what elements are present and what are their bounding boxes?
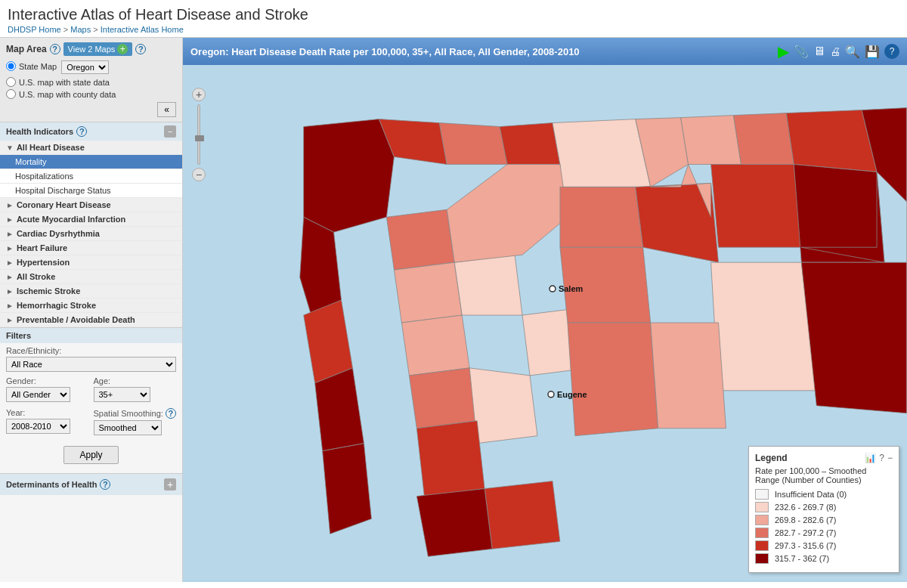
- health-indicators-title: Health Indicators: [6, 127, 73, 136]
- legend-item-3: 282.7 - 297.2 (7): [755, 528, 893, 538]
- category-hypertension[interactable]: ► Hypertension: [0, 255, 182, 270]
- state-map-radio[interactable]: [6, 61, 16, 71]
- zoom-slider-track: [197, 104, 200, 165]
- legend-collapse-btn[interactable]: −: [887, 453, 893, 463]
- age-select[interactable]: 35+ 65+ All Ages: [94, 387, 150, 402]
- category-heart-failure[interactable]: ► Heart Failure: [0, 241, 182, 255]
- category-hemorrhagic-stroke[interactable]: ► Hemorrhagic Stroke: [0, 299, 182, 313]
- us-county-data-label: U.S. map with county data: [19, 90, 116, 99]
- view2maps-help-icon[interactable]: ?: [135, 44, 146, 54]
- play-button[interactable]: ▶: [778, 42, 789, 60]
- county-washington: [386, 209, 454, 270]
- determinants-title: Determinants of Health: [6, 480, 97, 489]
- county-multnomah: [439, 123, 507, 165]
- page-title: Interactive Atlas of Heart Disease and S…: [8, 6, 899, 23]
- county-clatsop: [304, 119, 395, 233]
- export-button[interactable]: 💾: [865, 45, 880, 59]
- county-wasco: [553, 119, 651, 187]
- zoom-slider-thumb[interactable]: [195, 135, 204, 141]
- category-all-heart-disease[interactable]: ▼ All Heart Disease: [0, 141, 182, 155]
- legend-subtitle2: Range (Number of Counties): [755, 475, 893, 484]
- breadcrumb-maps[interactable]: Maps: [70, 25, 91, 34]
- race-label: Race/Ethnicity:: [6, 346, 176, 355]
- zoom-in-btn[interactable]: +: [192, 88, 206, 101]
- print-button[interactable]: 🖨: [830, 45, 840, 57]
- apply-button[interactable]: Apply: [63, 446, 118, 464]
- legend-item-4: 297.3 - 315.6 (7): [755, 540, 893, 551]
- county-morrow: [733, 113, 794, 165]
- us-state-data-label: U.S. map with state data: [19, 78, 110, 87]
- county-jefferson: [560, 187, 643, 247]
- category-ischemic-stroke[interactable]: ► Ischemic Stroke: [0, 284, 182, 299]
- breadcrumb: DHDSP Home > Maps > Interactive Atlas Ho…: [8, 25, 899, 34]
- county-josephine: [416, 489, 492, 557]
- state-select[interactable]: Oregon: [61, 60, 109, 74]
- gender-select[interactable]: All Gender Male Female: [6, 387, 70, 402]
- legend-item-0: Insufficient Data (0): [755, 489, 893, 500]
- back-button[interactable]: «: [157, 102, 176, 117]
- state-map-label: State Map: [19, 62, 57, 71]
- arrow-icon: ►: [6, 287, 14, 296]
- category-acute-myocardial[interactable]: ► Acute Myocardial Infarction: [0, 212, 182, 227]
- county-hood-river: [500, 123, 560, 165]
- legend-item-2: 269.8 - 282.6 (7): [755, 515, 893, 525]
- legend-help-btn[interactable]: ?: [879, 453, 884, 463]
- paperclip-button[interactable]: 📎: [794, 45, 809, 59]
- health-indicators-header[interactable]: Health Indicators ? −: [0, 122, 182, 141]
- arrow-icon: ►: [6, 316, 14, 324]
- county-polk: [401, 315, 469, 376]
- category-coronary-heart-disease[interactable]: ► Coronary Heart Disease: [0, 198, 182, 212]
- monitor-button[interactable]: 🖥: [813, 45, 825, 58]
- health-indicators-help-icon[interactable]: ?: [76, 126, 87, 137]
- arrow-icon: ▼: [6, 144, 14, 152]
- filters-header: Filters: [0, 328, 182, 343]
- smoothing-help-icon[interactable]: ?: [166, 408, 176, 419]
- county-jackson: [484, 481, 560, 549]
- county-klamath: [568, 323, 658, 436]
- arrow-icon: ►: [6, 273, 14, 281]
- arrow-icon: ►: [6, 215, 14, 224]
- determinants-help-icon[interactable]: ?: [100, 479, 110, 490]
- smoothing-select[interactable]: Smoothed Not Smoothed: [94, 420, 162, 435]
- year-select[interactable]: 2008-2010 2005-2007 2002-2004: [6, 419, 70, 434]
- legend-panel: Legend 📊 ? − Rate per 100,000 – Smoothed…: [748, 446, 899, 573]
- county-douglas: [416, 421, 484, 497]
- breadcrumb-dhdsp[interactable]: DHDSP Home: [8, 25, 61, 34]
- map-area-title: Map Area: [6, 44, 47, 54]
- county-malheur: [801, 262, 907, 413]
- arrow-icon: ►: [6, 244, 14, 252]
- zoom-out-btn[interactable]: −: [192, 168, 206, 181]
- us-county-data-radio[interactable]: [6, 89, 16, 99]
- category-preventable-death[interactable]: ► Preventable / Avoidable Death: [0, 313, 182, 327]
- county-lane: [469, 368, 537, 444]
- tree-item-mortality[interactable]: Mortality: [0, 155, 182, 169]
- arrow-icon: ►: [6, 201, 14, 209]
- breadcrumb-atlas[interactable]: Interactive Atlas Home: [101, 25, 184, 34]
- county-benton: [409, 368, 477, 429]
- tree-item-hospital-discharge[interactable]: Hospital Discharge Status: [0, 184, 182, 198]
- map-area-help-icon[interactable]: ?: [50, 44, 60, 54]
- county-curry: [323, 444, 372, 534]
- county-gilliam: [681, 116, 741, 165]
- legend-subtitle: Rate per 100,000 – Smoothed: [755, 466, 893, 475]
- arrow-icon: ►: [6, 258, 14, 267]
- legend-item-1: 232.6 - 269.7 (8): [755, 502, 893, 512]
- view-2-maps-button[interactable]: View 2 Maps +: [63, 42, 133, 56]
- us-state-data-radio[interactable]: [6, 77, 16, 87]
- help-map-button[interactable]: ?: [884, 44, 899, 59]
- category-cardiac-dysrhythmia[interactable]: ► Cardiac Dysrhythmia: [0, 227, 182, 241]
- age-label: Age:: [94, 376, 177, 385]
- legend-chart-btn[interactable]: 📊: [865, 453, 876, 463]
- zoom-map-button[interactable]: 🔍: [845, 45, 860, 59]
- county-umatilla: [786, 110, 877, 172]
- legend-title: Legend: [755, 453, 788, 463]
- determinants-expand-btn[interactable]: +: [164, 478, 176, 491]
- county-harney: [711, 262, 817, 391]
- city-dot-eugene: [548, 391, 554, 398]
- plus-circle-icon: +: [117, 44, 128, 54]
- category-all-stroke[interactable]: ► All Stroke: [0, 270, 182, 284]
- tree-item-hospitalizations[interactable]: Hospitalizations: [0, 169, 182, 184]
- health-indicators-collapse-btn[interactable]: −: [164, 125, 176, 138]
- city-dot-salem: [549, 286, 556, 292]
- race-select[interactable]: All Race White Black Hispanic: [6, 357, 176, 372]
